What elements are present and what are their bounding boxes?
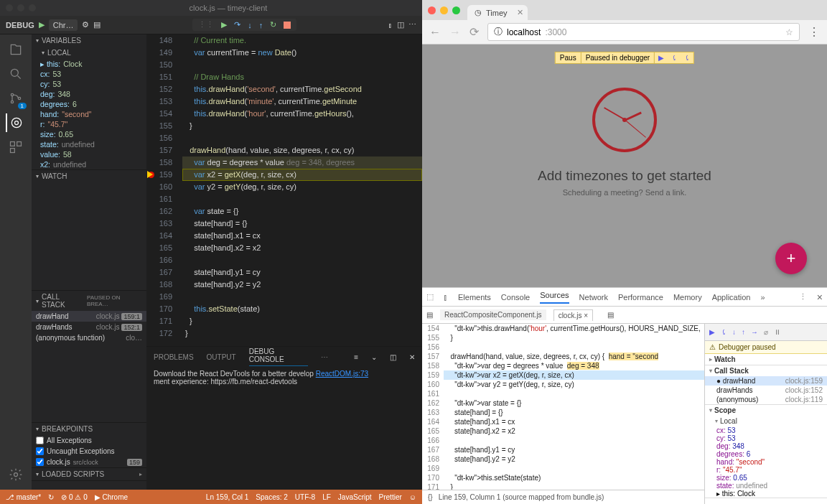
tab-close-icon[interactable]: ✕ bbox=[517, 8, 523, 17]
callstack-frame[interactable]: drawHandsclock.js152:1 bbox=[32, 322, 146, 332]
debug-start-icon[interactable]: ▶ bbox=[39, 20, 45, 29]
breakpoint-row[interactable]: All Exceptions bbox=[32, 435, 146, 446]
browser-menu-icon[interactable]: ⋮ bbox=[808, 25, 820, 39]
breakpoint-checkbox[interactable] bbox=[36, 458, 44, 466]
debug-icon[interactable] bbox=[6, 113, 24, 132]
dt-tab-application[interactable]: Application bbox=[712, 293, 751, 302]
status-feedback-icon[interactable]: ☺ bbox=[409, 493, 416, 501]
traffic-close[interactable] bbox=[6, 4, 13, 11]
variable-row[interactable]: r:"45.7" bbox=[37, 119, 146, 129]
dt-tab-network[interactable]: Network bbox=[579, 293, 608, 302]
dt-scope-var[interactable]: deg: 348 bbox=[716, 442, 827, 450]
dt-tab-console[interactable]: Console bbox=[501, 293, 530, 302]
split-editor-icon[interactable]: ◫ bbox=[397, 20, 404, 29]
dt-deactivate-bp-icon[interactable]: ⌀ bbox=[764, 328, 768, 336]
dt-callstack-header[interactable]: ▾Call Stack bbox=[705, 365, 827, 376]
status-diagnostics[interactable]: ⊘ 0 ⚠ 0 bbox=[61, 493, 87, 501]
dt-file-tab-active[interactable]: clock.js × bbox=[553, 309, 593, 321]
inspect-icon[interactable]: ⬚ bbox=[426, 292, 434, 302]
variables-header[interactable]: ▾VARIABLES bbox=[32, 34, 146, 47]
traffic-max[interactable] bbox=[452, 6, 460, 14]
breakpoints-header[interactable]: ▾BREAKPOINTS bbox=[32, 423, 146, 435]
dt-step-into-icon[interactable]: ↓ bbox=[732, 328, 736, 336]
dt-scope-local[interactable]: ▾Local bbox=[705, 416, 827, 426]
callstack-header[interactable]: ▾CALL STACKPAUSED ON BREA… bbox=[32, 291, 146, 311]
status-prettier[interactable]: Prettier bbox=[379, 493, 402, 501]
extensions-icon[interactable] bbox=[6, 138, 25, 157]
loaded-scripts-header[interactable]: ▾LOADED SCRIPTS▸ bbox=[32, 468, 146, 480]
code-editor[interactable]: 1481491501511521531541551561571581591601… bbox=[146, 34, 422, 346]
devtools-source-editor[interactable]: 1541551561571581591601611621631641651661… bbox=[422, 324, 705, 504]
dt-pause-exc-icon[interactable]: ⏸ bbox=[774, 328, 781, 336]
continue-icon[interactable]: ▶ bbox=[221, 20, 227, 29]
dt-tab-sources[interactable]: Sources bbox=[540, 291, 569, 304]
device-icon[interactable]: ⫿ bbox=[444, 293, 448, 302]
editor-action-icon[interactable]: ⫾ bbox=[388, 21, 393, 29]
collapse-icon[interactable]: ⌄ bbox=[371, 353, 377, 361]
breakpoint-row[interactable]: clock.jssrc/clock159 bbox=[32, 457, 146, 467]
dt-file-tab[interactable]: ReactCompositeComponent.js bbox=[440, 309, 546, 320]
dt-scope-var[interactable]: state: undefined bbox=[716, 482, 827, 490]
traffic-min[interactable] bbox=[440, 6, 448, 14]
dt-scope-var[interactable]: size: 0.65 bbox=[716, 474, 827, 482]
status-branch[interactable]: ⎇ master* bbox=[6, 493, 41, 501]
step-out-icon[interactable]: ↑ bbox=[259, 21, 263, 29]
status-indent[interactable]: Spaces: 2 bbox=[256, 493, 287, 501]
search-icon[interactable] bbox=[6, 65, 25, 83]
fab-add-button[interactable]: + bbox=[775, 243, 807, 274]
dt-close-icon[interactable]: × bbox=[817, 291, 823, 303]
tab-problems[interactable]: PROBLEMS bbox=[154, 353, 194, 361]
source-link[interactable]: ReactDOM.js:73 bbox=[316, 370, 368, 378]
overlay-step2-icon[interactable]: ⤹ bbox=[681, 52, 693, 63]
traffic-max[interactable] bbox=[29, 4, 36, 11]
variable-row[interactable]: state:undefined bbox=[37, 139, 146, 149]
address-bar[interactable]: ⓘ localhost:3000 ☆ bbox=[487, 23, 800, 41]
dt-tab-performance[interactable]: Performance bbox=[618, 293, 663, 302]
dt-callstack-frame[interactable]: (anonymous)clock.js:119 bbox=[705, 395, 827, 404]
step-into-icon[interactable]: ↓ bbox=[248, 21, 252, 29]
dt-tab-elements[interactable]: Elements bbox=[458, 293, 491, 302]
dt-scope-this[interactable]: ▸ this: Clock bbox=[716, 490, 827, 498]
dt-tab-memory[interactable]: Memory bbox=[673, 293, 702, 302]
step-over-icon[interactable]: ↷ bbox=[234, 20, 240, 29]
variable-row[interactable]: cy:53 bbox=[37, 79, 146, 89]
variables-scope-local[interactable]: ▾Local bbox=[32, 47, 146, 59]
variable-row[interactable]: cx:53 bbox=[37, 69, 146, 79]
dt-file-more-icon[interactable]: ▤ bbox=[607, 311, 614, 319]
status-encoding[interactable]: UTF-8 bbox=[295, 493, 315, 501]
status-eol[interactable]: LF bbox=[322, 493, 331, 501]
more-icon[interactable]: ⋯ bbox=[321, 353, 328, 361]
dt-step-out-icon[interactable]: ↑ bbox=[742, 328, 745, 336]
watch-header[interactable]: ▾WATCH bbox=[32, 170, 146, 182]
variable-row[interactable]: size:0.65 bbox=[37, 129, 146, 139]
status-language[interactable]: JavaScript bbox=[338, 493, 372, 501]
restart-icon[interactable]: ↻ bbox=[270, 20, 276, 29]
dt-scope-var[interactable]: hand: "second" bbox=[716, 458, 827, 466]
dt-callstack-frame[interactable]: drawHandsclock.js:152 bbox=[705, 386, 827, 395]
overlay-resume-icon[interactable]: ▶ bbox=[655, 52, 668, 63]
dt-scope-var[interactable]: r: "45.7" bbox=[716, 466, 827, 474]
variable-row[interactable]: deg:348 bbox=[37, 89, 146, 99]
grip-icon[interactable]: ⋮⋮ bbox=[198, 20, 214, 29]
stop-icon[interactable] bbox=[284, 22, 291, 29]
dt-more-tabs-icon[interactable]: » bbox=[760, 293, 765, 302]
callstack-frame[interactable]: drawHandclock.js159:1 bbox=[32, 311, 146, 322]
breakpoint-row[interactable]: Uncaught Exceptions bbox=[32, 446, 146, 457]
variable-row[interactable]: value:58 bbox=[37, 149, 146, 159]
reload-icon[interactable]: ⟳ bbox=[469, 25, 479, 39]
dt-scope-var[interactable]: cy: 53 bbox=[716, 434, 827, 442]
debug-console-icon[interactable]: ▤ bbox=[93, 20, 101, 29]
explorer-icon[interactable] bbox=[6, 40, 25, 59]
settings-icon[interactable] bbox=[6, 465, 25, 484]
dt-scope-var[interactable]: degrees: 6 bbox=[716, 450, 827, 458]
site-info-icon[interactable]: ⓘ bbox=[494, 26, 503, 38]
status-cursor[interactable]: Ln 159, Col 1 bbox=[206, 493, 249, 501]
breakpoint-checkbox[interactable] bbox=[36, 447, 44, 455]
variable-row[interactable]: hand:"second" bbox=[37, 109, 146, 119]
scm-icon[interactable]: 1 bbox=[6, 89, 25, 108]
traffic-close[interactable] bbox=[428, 6, 436, 14]
variable-row[interactable]: degrees:6 bbox=[37, 99, 146, 109]
dt-step-icon[interactable]: → bbox=[751, 328, 758, 336]
browser-tab[interactable]: ◷ Timey ✕ bbox=[467, 5, 528, 20]
gear-icon[interactable]: ⚙ bbox=[82, 20, 89, 29]
